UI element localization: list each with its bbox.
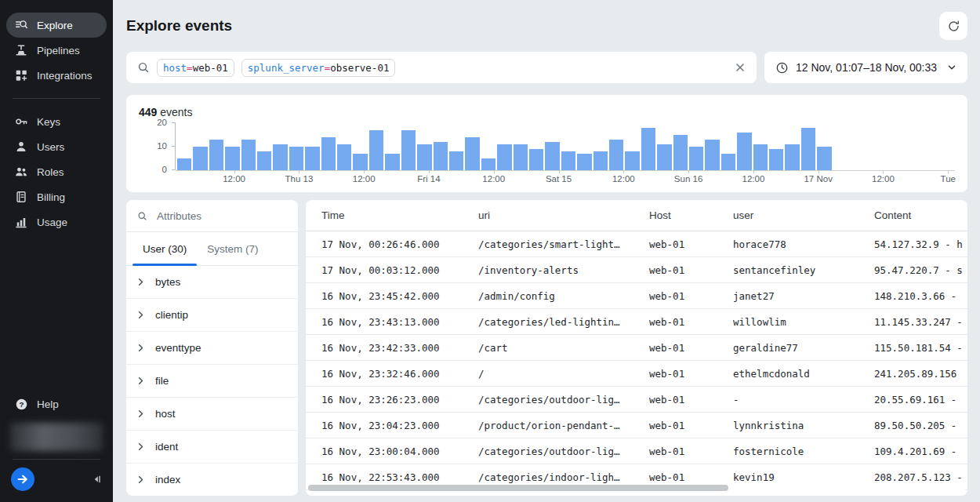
chart-bar[interactable] — [545, 142, 559, 170]
table-cell: web-01 — [649, 342, 733, 354]
chart-bar[interactable] — [289, 147, 303, 170]
chart-bar[interactable] — [401, 130, 416, 170]
time-range-picker[interactable]: 12 Nov, 01:07–18 Nov, 00:33 — [764, 52, 967, 83]
arrow-right-logo-icon — [16, 472, 30, 486]
chart-bar[interactable] — [514, 144, 528, 170]
x-axis-label: Thu 13 — [285, 174, 313, 184]
chart-bar[interactable] — [817, 147, 831, 170]
chart-bar[interactable] — [241, 140, 256, 170]
table-row[interactable]: 16 Nov, 23:32:46.000/web-01ethelmcdonald… — [306, 361, 967, 387]
table-row[interactable]: 16 Nov, 23:45:42.000/admin/configweb-01j… — [306, 283, 967, 309]
chart-bar[interactable] — [609, 140, 623, 170]
table-row[interactable]: 16 Nov, 23:42:33.000/cartweb-01geraldine… — [306, 335, 967, 361]
app-logo[interactable] — [11, 467, 34, 491]
collapse-sidebar-button[interactable] — [92, 474, 102, 485]
sidebar-item-explore[interactable]: Explore — [6, 13, 107, 38]
table-cell: 241.205.89.156 — [874, 368, 967, 380]
chart-bar[interactable] — [305, 147, 319, 170]
x-axis-label: Tue — [941, 174, 956, 184]
attribute-item[interactable]: index — [126, 464, 298, 496]
chart-bar[interactable] — [369, 130, 383, 170]
scrollbar-thumb[interactable] — [308, 485, 728, 491]
chart-bar[interactable] — [434, 142, 448, 170]
table-cell: 16 Nov, 22:53:43.000 — [306, 471, 478, 483]
table-row[interactable]: 16 Nov, 23:00:04.000/categories/outdoor-… — [306, 438, 967, 464]
chart-bar[interactable] — [481, 158, 495, 170]
attribute-item[interactable]: clientip — [126, 299, 298, 332]
chart-bar[interactable] — [273, 144, 287, 170]
chart-bar[interactable] — [177, 158, 191, 170]
chart-bar[interactable] — [673, 135, 688, 170]
chart-bar[interactable] — [737, 133, 751, 170]
chart-bar[interactable] — [225, 147, 239, 170]
sidebar-item-label: Pipelines — [37, 45, 80, 56]
x-axis-tick — [883, 170, 884, 173]
chart-bar[interactable] — [193, 147, 207, 170]
attribute-name: bytes — [155, 276, 180, 288]
tab-system-attributes[interactable]: System (7) — [197, 232, 268, 265]
sidebar-item-users[interactable]: Users — [6, 134, 107, 159]
chart-bar[interactable] — [529, 149, 543, 170]
chart-bar[interactable] — [625, 151, 639, 170]
clear-search-button[interactable] — [735, 62, 746, 73]
attribute-item[interactable]: host — [126, 398, 298, 431]
chart-bar[interactable] — [593, 151, 608, 170]
chart-bar[interactable] — [465, 137, 479, 170]
sidebar-item-integrations[interactable]: Integrations — [6, 63, 107, 88]
chart-bar[interactable] — [689, 147, 703, 170]
chart-bar[interactable] — [641, 128, 655, 170]
chart-bar[interactable] — [497, 144, 511, 170]
chart-bar[interactable] — [417, 144, 431, 170]
table-cell: web-01 — [649, 316, 733, 328]
table-cell: fosternicole — [733, 446, 874, 457]
filter-chip-host[interactable]: host=web-01 — [157, 59, 234, 77]
chart-bar[interactable] — [753, 144, 768, 170]
chart-bar[interactable] — [561, 151, 575, 170]
attribute-tabs: User (30) System (7) — [126, 232, 298, 266]
sidebar-item-help[interactable]: ? Help — [6, 391, 107, 417]
refresh-button[interactable] — [939, 12, 967, 40]
table-cell: kevin19 — [733, 471, 874, 483]
chart-bar[interactable] — [385, 154, 399, 170]
chart-bar[interactable] — [705, 140, 719, 170]
table-row[interactable]: 17 Nov, 00:03:12.000/inventory-alertsweb… — [306, 257, 967, 283]
attribute-item[interactable]: file — [126, 365, 298, 398]
table-cell: /inventory-alerts — [478, 264, 649, 276]
chart-bar[interactable] — [657, 144, 671, 170]
sidebar-item-pipelines[interactable]: Pipelines — [6, 38, 107, 63]
chart-bar[interactable] — [209, 140, 223, 170]
sidebar-item-roles[interactable]: Roles — [6, 159, 107, 184]
table-row[interactable]: 16 Nov, 23:26:23.000/categories/outdoor-… — [306, 387, 967, 413]
chart-bar[interactable] — [801, 128, 815, 170]
column-header: uri — [478, 209, 649, 221]
table-cell: /product/orion-pendant-… — [478, 420, 649, 431]
chart-bar[interactable] — [337, 144, 351, 170]
chart-bar[interactable] — [785, 144, 799, 170]
sidebar-item-usage[interactable]: Usage — [6, 209, 107, 235]
chip-key: host — [163, 62, 187, 74]
chart-bar[interactable] — [769, 149, 783, 170]
close-icon — [735, 62, 746, 73]
chart-bar[interactable] — [577, 154, 591, 170]
attribute-item[interactable]: eventtype — [126, 332, 298, 365]
clock-icon — [775, 61, 789, 75]
table-row[interactable]: 16 Nov, 23:43:13.000/categories/led-ligh… — [306, 309, 967, 335]
chart-bar[interactable] — [321, 137, 336, 170]
search-bar[interactable]: host=web-01 splunk_server=observe-01 — [126, 52, 757, 83]
attributes-search-input[interactable] — [155, 209, 287, 223]
tab-user-attributes[interactable]: User (30) — [132, 232, 197, 265]
table-row[interactable]: 17 Nov, 00:26:46.000/categories/smart-li… — [306, 231, 967, 257]
filter-chip-splunk-server[interactable]: splunk_server=observe-01 — [241, 59, 396, 77]
chart-bar[interactable] — [721, 154, 735, 170]
explore-search-list-icon — [14, 18, 28, 32]
chart-bar[interactable] — [449, 151, 463, 170]
event-count-unit: events — [160, 106, 192, 118]
sidebar-item-keys[interactable]: Keys — [6, 109, 107, 134]
table-row[interactable]: 16 Nov, 23:04:23.000/product/orion-penda… — [306, 413, 967, 438]
x-axis-label: 12:00 — [223, 174, 245, 184]
attribute-item[interactable]: ident — [126, 431, 298, 464]
attribute-item[interactable]: bytes — [126, 266, 298, 299]
chart-bar[interactable] — [257, 151, 271, 170]
sidebar-item-billing[interactable]: Billing — [6, 184, 107, 209]
chart-bar[interactable] — [353, 154, 367, 170]
